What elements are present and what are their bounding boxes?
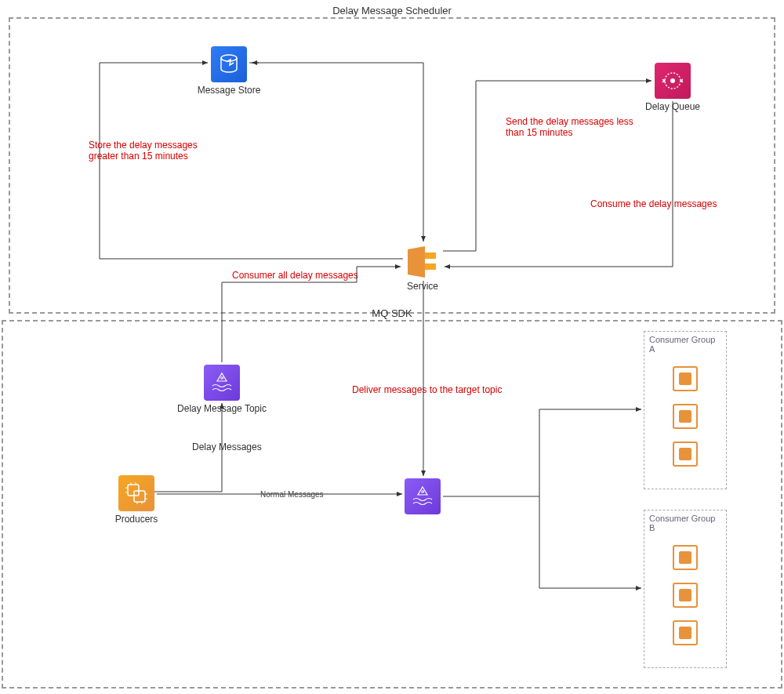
consumer-group-b: Consumer Group B (644, 510, 727, 668)
cpu-icon (673, 545, 698, 570)
producers-label: Producers (89, 514, 183, 525)
cpu-icon (673, 583, 698, 608)
delay-queue-label: Delay Queue (626, 101, 720, 112)
svg-rect-3 (425, 253, 436, 259)
consumer-group-a-label: Consumer Group A (644, 332, 726, 357)
svg-rect-4 (425, 263, 436, 270)
consumer-group-a: Consumer Group A (644, 331, 727, 489)
svg-rect-7 (128, 485, 139, 496)
normal-msgs-label: Normal Messages (260, 490, 324, 499)
svg-point-2 (670, 78, 675, 83)
store-gt15-label: Store the delay messages greater than 15… (89, 140, 230, 162)
scheduler-title: Delay Message Scheduler (10, 5, 774, 16)
producers-icon (118, 475, 154, 511)
consumer-group-b-label: Consumer Group B (644, 511, 726, 536)
delay-topic-label: Delay Message Topic (175, 403, 269, 414)
service-label: Service (376, 281, 470, 292)
consume-all-label: Consumer all delay messages (232, 270, 397, 281)
delay-msgs-label: Delay Messages (192, 441, 262, 452)
cpu-icon (673, 404, 698, 429)
message-store-label: Message Store (182, 85, 276, 96)
svg-rect-8 (134, 491, 145, 502)
cpu-icon (673, 441, 698, 467)
consume-dq-label: Consume the delay messages (590, 198, 755, 209)
service-icon (403, 245, 442, 279)
cpu-icon (673, 620, 698, 645)
delay-topic-icon: K (204, 365, 240, 401)
message-store-icon (211, 46, 247, 82)
send-lt15-label: Send the delay messages less than 15 min… (506, 116, 647, 138)
deliver-label: Deliver messages to the target topic (352, 384, 532, 395)
cpu-icon (673, 366, 698, 391)
mq-sdk-title: MQ SDK (3, 307, 781, 319)
target-topic-icon: K (405, 478, 441, 514)
delay-queue-icon (655, 63, 691, 99)
